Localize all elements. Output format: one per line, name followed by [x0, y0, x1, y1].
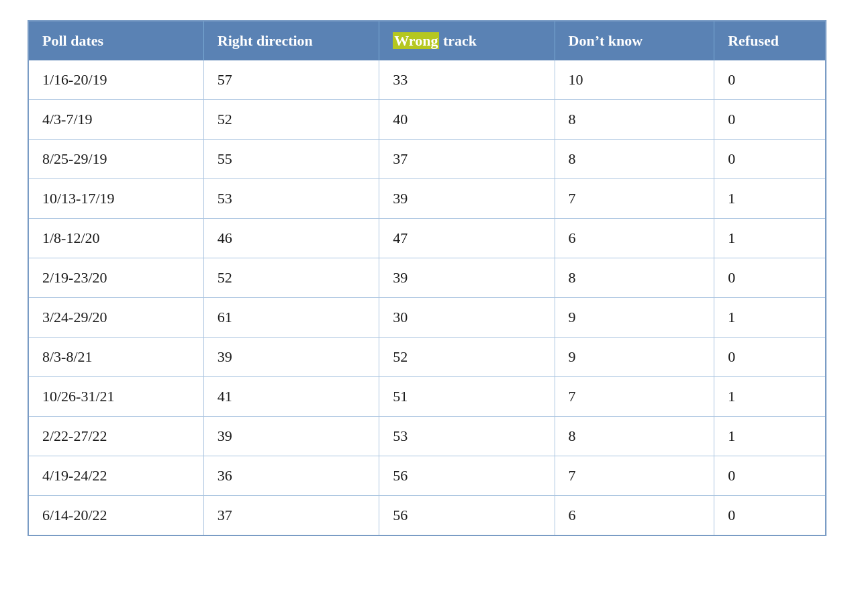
cell-dates: 3/24-29/20: [28, 298, 203, 338]
wrong-highlight-label: Wrong: [393, 32, 439, 49]
cell-wrong: 56: [379, 456, 555, 496]
cell-dont: 8: [555, 258, 714, 298]
cell-dont: 7: [555, 456, 714, 496]
cell-wrong: 39: [379, 258, 555, 298]
main-table-container: Poll dates Right direction Wrong track D…: [28, 20, 826, 536]
cell-dates: 10/13-17/19: [28, 179, 203, 219]
table-row: 8/3-8/21395290: [28, 338, 826, 377]
table-row: 1/16-20/195733100: [28, 60, 826, 100]
table-row: 10/13-17/19533971: [28, 179, 826, 219]
cell-refused: 0: [714, 496, 826, 536]
cell-dont: 10: [555, 60, 714, 100]
table-body: 1/16-20/1957331004/3-7/195240808/25-29/1…: [28, 60, 826, 535]
cell-dont: 7: [555, 377, 714, 417]
header-dont-know: Don’t know: [555, 21, 714, 60]
cell-refused: 1: [714, 219, 826, 258]
cell-wrong: 30: [379, 298, 555, 338]
table-row: 4/19-24/22365670: [28, 456, 826, 496]
cell-refused: 1: [714, 298, 826, 338]
cell-wrong: 47: [379, 219, 555, 258]
cell-right: 52: [203, 258, 379, 298]
cell-wrong: 51: [379, 377, 555, 417]
header-refused: Refused: [714, 21, 826, 60]
cell-right: 36: [203, 456, 379, 496]
cell-right: 57: [203, 60, 379, 100]
table-row: 1/8-12/20464761: [28, 219, 826, 258]
table-row: 10/26-31/21415171: [28, 377, 826, 417]
cell-dont: 8: [555, 100, 714, 140]
header-poll-dates: Poll dates: [28, 21, 203, 60]
header-right-direction: Right direction: [203, 21, 379, 60]
cell-dates: 2/19-23/20: [28, 258, 203, 298]
cell-right: 46: [203, 219, 379, 258]
cell-refused: 0: [714, 60, 826, 100]
cell-wrong: 37: [379, 140, 555, 179]
cell-refused: 0: [714, 258, 826, 298]
cell-refused: 1: [714, 179, 826, 219]
cell-dates: 1/16-20/19: [28, 60, 203, 100]
cell-dont: 8: [555, 417, 714, 456]
cell-wrong: 40: [379, 100, 555, 140]
cell-dates: 10/26-31/21: [28, 377, 203, 417]
cell-dates: 1/8-12/20: [28, 219, 203, 258]
cell-wrong: 56: [379, 496, 555, 536]
cell-dates: 2/22-27/22: [28, 417, 203, 456]
cell-dont: 7: [555, 179, 714, 219]
cell-refused: 0: [714, 456, 826, 496]
cell-dont: 8: [555, 140, 714, 179]
cell-right: 37: [203, 496, 379, 536]
cell-right: 41: [203, 377, 379, 417]
table-header-row: Poll dates Right direction Wrong track D…: [28, 21, 826, 60]
cell-dates: 4/3-7/19: [28, 100, 203, 140]
cell-wrong: 52: [379, 338, 555, 377]
cell-refused: 1: [714, 377, 826, 417]
cell-dont: 6: [555, 496, 714, 536]
cell-refused: 1: [714, 417, 826, 456]
cell-dates: 8/25-29/19: [28, 140, 203, 179]
poll-table: Poll dates Right direction Wrong track D…: [28, 20, 826, 536]
table-row: 6/14-20/22375660: [28, 496, 826, 536]
table-row: 3/24-29/20613091: [28, 298, 826, 338]
table-row: 2/19-23/20523980: [28, 258, 826, 298]
cell-refused: 0: [714, 338, 826, 377]
cell-right: 53: [203, 179, 379, 219]
cell-right: 39: [203, 338, 379, 377]
track-label: track: [439, 32, 477, 49]
cell-right: 52: [203, 100, 379, 140]
cell-dont: 6: [555, 219, 714, 258]
cell-wrong: 53: [379, 417, 555, 456]
cell-refused: 0: [714, 140, 826, 179]
table-row: 8/25-29/19553780: [28, 140, 826, 179]
cell-wrong: 33: [379, 60, 555, 100]
cell-refused: 0: [714, 100, 826, 140]
cell-right: 39: [203, 417, 379, 456]
cell-right: 55: [203, 140, 379, 179]
cell-dont: 9: [555, 338, 714, 377]
table-row: 4/3-7/19524080: [28, 100, 826, 140]
cell-dates: 8/3-8/21: [28, 338, 203, 377]
table-row: 2/22-27/22395381: [28, 417, 826, 456]
cell-right: 61: [203, 298, 379, 338]
cell-dates: 4/19-24/22: [28, 456, 203, 496]
cell-dates: 6/14-20/22: [28, 496, 203, 536]
cell-dont: 9: [555, 298, 714, 338]
header-wrong-track: Wrong track: [379, 21, 555, 60]
cell-wrong: 39: [379, 179, 555, 219]
